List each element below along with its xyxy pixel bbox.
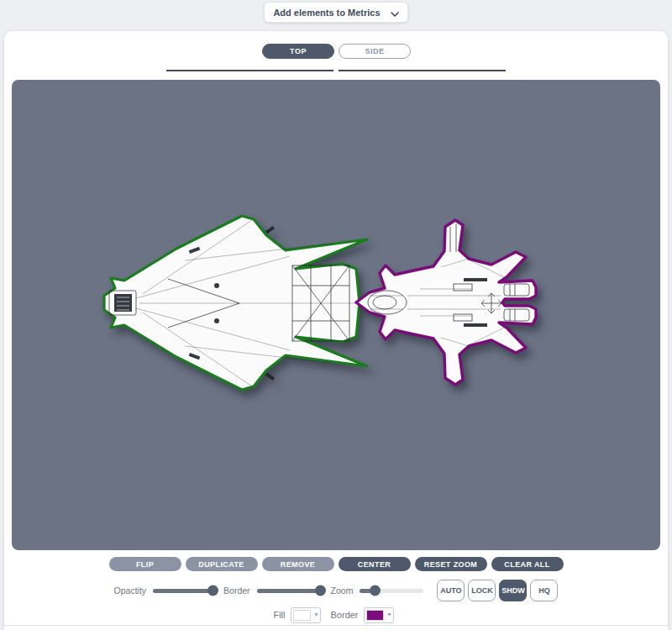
auto-toggle-button[interactable]: AUTO <box>437 580 465 601</box>
ship-measure-line-right <box>339 70 506 71</box>
tab-side-label: SIDE <box>365 47 384 55</box>
opacity-slider-label: Opactity <box>114 585 147 596</box>
chevron-down-icon <box>391 5 399 20</box>
flip-button[interactable]: FLIP <box>109 557 181 571</box>
editor-canvas[interactable] <box>12 80 660 550</box>
ship-left-top-view[interactable] <box>104 216 367 390</box>
opacity-slider-thumb[interactable] <box>207 585 218 596</box>
border-color-select[interactable]: ▾ <box>364 607 394 623</box>
toggle-button-group: AUTO LOCK SHDW HQ <box>437 580 558 601</box>
border-slider-thumb[interactable] <box>315 585 326 596</box>
border-slider-fill <box>257 589 321 593</box>
clear-all-button[interactable]: CLEAR ALL <box>491 557 564 571</box>
add-elements-dropdown-label: Add elements to Metrics <box>273 8 380 18</box>
zoom-slider-label: Zoom <box>331 585 354 596</box>
editor-card: TOP SIDE <box>4 31 668 630</box>
color-picker-row: Fill ▾ Border ▾ <box>4 606 668 623</box>
ship-right-top-view[interactable] <box>356 220 536 385</box>
tab-side[interactable]: SIDE <box>339 44 411 59</box>
canvas-toolbar: FLIP DUPLICATE REMOVE CENTER RESET ZOOM … <box>4 557 668 571</box>
ship-right-hull[interactable] <box>356 220 536 385</box>
tab-top[interactable]: TOP <box>262 44 334 59</box>
reset-zoom-button[interactable]: RESET ZOOM <box>415 557 487 571</box>
bottom-divider <box>4 625 668 626</box>
lock-toggle-button[interactable]: LOCK <box>468 580 496 601</box>
border-color-label: Border <box>331 610 359 620</box>
shadow-toggle-button[interactable]: SHDW <box>499 580 527 601</box>
ship-left-hull[interactable] <box>104 216 367 390</box>
zoom-slider-fill <box>360 589 375 593</box>
tab-top-label: TOP <box>290 47 307 55</box>
zoom-slider-thumb[interactable] <box>370 585 381 596</box>
hq-toggle-button[interactable]: HQ <box>530 580 558 601</box>
fill-color-swatch <box>293 610 311 621</box>
border-slider[interactable] <box>257 589 324 593</box>
fill-color-select[interactable]: ▾ <box>291 607 321 623</box>
fill-color-label: Fill <box>273 610 285 620</box>
ship-measure-line-left <box>166 70 333 71</box>
center-button[interactable]: CENTER <box>339 557 411 571</box>
border-color-swatch <box>366 610 384 621</box>
zoom-slider[interactable] <box>360 589 423 593</box>
opacity-slider[interactable] <box>153 589 217 593</box>
chevron-down-icon: ▾ <box>388 612 391 618</box>
add-elements-dropdown[interactable]: Add elements to Metrics <box>264 2 408 23</box>
sliders-row: Opactity Border Zoom AUTO LOCK SHDW HQ <box>4 579 668 602</box>
remove-button[interactable]: REMOVE <box>262 557 334 571</box>
border-slider-label: Border <box>223 585 250 596</box>
duplicate-button[interactable]: DUPLICATE <box>186 557 258 571</box>
opacity-slider-fill <box>153 589 213 593</box>
chevron-down-icon: ▾ <box>315 612 318 618</box>
ships-svg <box>12 80 660 550</box>
